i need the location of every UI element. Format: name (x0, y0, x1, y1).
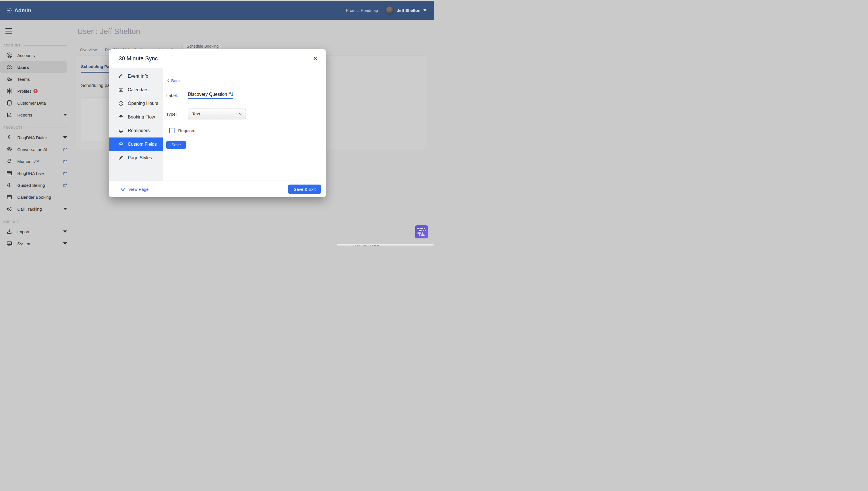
sidebar-item-teams[interactable]: Teams (0, 73, 67, 85)
import-download-icon (6, 228, 13, 235)
sidebar-item-label: System (17, 241, 31, 246)
modal-nav-label: Page Styles (128, 155, 152, 161)
sidebar: ACCOUNT Accounts Users Teams Profiles ! … (0, 20, 76, 246)
chevron-left-icon (166, 79, 170, 83)
calendar-icon (6, 194, 13, 200)
modal-title: 30 Minute Sync (119, 55, 158, 62)
move-arrows-icon (6, 182, 13, 189)
bottom-partial-text: JEFF SHELTON (353, 244, 379, 246)
modal-nav-page-styles[interactable]: Page Styles (109, 151, 163, 165)
sidebar-item-customer-data[interactable]: Customer Data (0, 97, 67, 109)
modal-content: Back Label: Discovery Question #1 Type: … (163, 68, 326, 180)
browser-window-icon (6, 170, 13, 177)
modal-nav-event-info[interactable]: Event Info (109, 69, 163, 83)
sidebar-item-moments[interactable]: Moments™ (0, 155, 67, 167)
back-link[interactable]: Back (166, 78, 181, 83)
chevron-down-icon (63, 208, 67, 210)
sidebar-item-reports[interactable]: Reports (0, 109, 67, 121)
section-label: SUPPORT (3, 220, 20, 223)
sidebar-item-label: RingDNA Dialer (17, 135, 47, 140)
sidebar-item-conversation-ai[interactable]: Conversation AI (0, 143, 67, 155)
required-row: Required (166, 128, 317, 133)
clock-icon (118, 100, 124, 106)
app-logo[interactable]: Admin (7, 7, 31, 13)
sidebar-item-system[interactable]: System (0, 237, 67, 246)
sidebar-item-label: Guided Selling (17, 183, 45, 188)
modal-nav-label: Opening Hours (128, 101, 158, 106)
sidebar-item-label: Customer Data (17, 100, 46, 106)
user-menu[interactable]: Jeff Shelton (385, 6, 427, 15)
external-link-icon (63, 171, 67, 175)
sidebar-item-users[interactable]: Users (0, 61, 67, 73)
users-icon (6, 64, 13, 70)
sidebar-item-import[interactable]: Import (0, 226, 67, 237)
chat-bubble-icon (6, 146, 13, 153)
view-page-label: View Page (128, 187, 149, 192)
label-input[interactable]: Discovery Question #1 (188, 92, 233, 99)
bottom-cutoff-panel: JEFF SHELTON (337, 244, 434, 246)
divider (23, 222, 67, 222)
chevron-down-icon (63, 242, 67, 244)
divider (26, 127, 67, 128)
section-label: PRODUCTS (3, 126, 23, 129)
app-bar: Admin Product Roadmap Jeff Shelton (0, 0, 434, 20)
modal-nav: Event Info Calendars Opening Hours Booki… (109, 68, 163, 180)
save-and-exit-button[interactable]: Save & Exit (288, 184, 321, 194)
page-title: User : Jeff Shelton (78, 27, 140, 36)
sidebar-item-accounts[interactable]: Accounts (0, 49, 67, 61)
modal-nav-opening-hours[interactable]: Opening Hours (109, 97, 163, 110)
close-icon[interactable]: ✕ (312, 54, 319, 63)
label-field-label: Label: (166, 93, 188, 98)
chevron-down-icon (63, 136, 67, 139)
moments-bubble-icon (6, 158, 13, 165)
modal-nav-calendars[interactable]: Calendars (109, 83, 163, 97)
sidebar-item-label: Call Tracking (17, 207, 42, 211)
sidebar-item-ringdna-dialer[interactable]: RingDNA Dialer (0, 132, 67, 143)
type-select[interactable]: Text (188, 109, 246, 119)
type-field-label: Type: (166, 112, 188, 117)
chevron-down-icon (63, 230, 67, 233)
sidebar-item-label: Accounts (17, 53, 35, 58)
sidebar-section-account: ACCOUNT Accounts Users Teams Profiles ! … (0, 42, 76, 121)
sidebar-item-calendar-booking[interactable]: Calendar Booking (0, 191, 67, 203)
hamburger-menu-icon[interactable] (5, 28, 12, 34)
sidebar-item-label: Moments™ (17, 159, 39, 164)
flow-branch-icon (118, 114, 124, 120)
chevron-down-icon (238, 112, 242, 116)
modal-nav-label: Reminders (128, 128, 150, 133)
database-icon (6, 99, 13, 106)
gear-icon (118, 141, 124, 147)
sidebar-item-label: Users (17, 65, 29, 70)
sidebar-item-profiles[interactable]: Profiles ! (0, 85, 67, 97)
modal-nav-custom-fields[interactable]: Custom Fields (109, 138, 163, 151)
section-label: ACCOUNT (3, 44, 21, 47)
brand-morse-icon (7, 8, 11, 12)
required-label: Required (178, 128, 195, 133)
tab-schedule-booking[interactable]: Schedule Booking (187, 44, 218, 49)
modal-footer: View Page Save & Exit (109, 180, 326, 197)
modal-nav-booking-flow[interactable]: Booking Flow (109, 110, 163, 124)
avatar (385, 6, 394, 15)
back-label: Back (171, 78, 181, 83)
profiles-network-icon (6, 88, 13, 94)
sidebar-section-support: SUPPORT Import System (0, 219, 76, 246)
sidebar-item-call-tracking[interactable]: Call Tracking (0, 203, 67, 215)
external-link-icon (63, 147, 67, 152)
sidebar-item-label: Teams (17, 77, 30, 82)
sidebar-item-ringdna-live[interactable]: RingDNA Live (0, 167, 67, 179)
sidebar-item-guided-selling[interactable]: Guided Selling (0, 179, 67, 191)
modal-nav-reminders[interactable]: Reminders (109, 124, 163, 138)
product-roadmap-link[interactable]: Product Roadmap (346, 8, 378, 13)
tab-overview[interactable]: Overview (80, 48, 97, 52)
chat-widget-button[interactable] (415, 225, 428, 238)
sidebar-section-products: PRODUCTS RingDNA Dialer Conversation AI … (0, 125, 76, 215)
required-checkbox[interactable] (169, 128, 175, 133)
sidebar-item-label: Import (17, 229, 29, 234)
eye-icon (120, 186, 126, 192)
paintbrush-icon (118, 155, 124, 161)
view-page-link[interactable]: View Page (120, 186, 149, 192)
label-field-row: Label: Discovery Question #1 (166, 92, 317, 99)
save-button[interactable]: Save (166, 141, 186, 149)
subtab-underline (81, 72, 112, 73)
modal-nav-label: Custom Fields (128, 142, 157, 147)
